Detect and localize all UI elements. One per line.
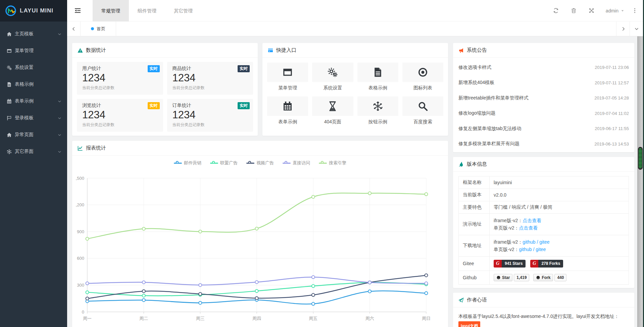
legend-item[interactable]: 直接访问	[283, 160, 310, 166]
file-icon	[373, 67, 383, 77]
svg-text:0: 0	[82, 310, 84, 315]
tab-spacer	[116, 22, 616, 36]
snowflake-icon	[7, 149, 12, 154]
sidebar-item-8[interactable]: 其它界面	[0, 143, 67, 160]
svg-text:周六: 周六	[365, 316, 374, 321]
stat-label: 用户统计	[82, 66, 158, 72]
quick-entry-3[interactable]: 表格示例	[357, 63, 398, 91]
window-icon	[7, 48, 12, 53]
version-info-header: 版本信息	[453, 157, 634, 172]
stat-value: 1234	[172, 109, 248, 121]
megaphone-icon	[458, 48, 464, 53]
github-count[interactable]: 1,419	[514, 274, 529, 281]
author-words-title: 作者心语	[467, 297, 487, 303]
version-row-label: Github	[459, 271, 490, 284]
legend-item[interactable]: 联盟广告	[210, 160, 238, 166]
legend-item[interactable]: 邮件营销	[174, 160, 201, 166]
quick-entry-2[interactable]: 系统设置	[312, 63, 353, 91]
system-notice-title: 系统公告	[467, 47, 487, 53]
sidebar-item-4[interactable]: 表格示例	[0, 76, 67, 93]
notice-text: 修复多模块菜单栏展开有问题	[458, 141, 519, 147]
vertical-scrollbar[interactable]	[637, 36, 643, 327]
data-statistics-card: 数据统计 用户统计1234当前分类总记录数实时商品统计1234当前分类总记录数实…	[72, 43, 258, 136]
layui-doc-badge[interactable]: layui文档	[458, 321, 480, 327]
version-row-value: G941 StarsG278 Forks	[490, 256, 629, 271]
quick-entry-6[interactable]: 404页面	[312, 96, 353, 125]
file-icon	[7, 82, 12, 87]
version-link[interactable]: 点击查看	[523, 218, 541, 223]
collapse-sidebar-button[interactable]	[67, 0, 88, 22]
top-nav: 常规管理组件管理其它管理	[93, 0, 201, 22]
more-options-icon[interactable]	[632, 8, 638, 13]
version-link[interactable]: gitee	[539, 239, 549, 245]
github-fork-button[interactable]: Fork	[533, 274, 553, 281]
tab-scroll-left-button[interactable]	[67, 22, 81, 36]
quick-entry-card: 快捷入口 菜单管理系统设置表格示例图标列表表单示例404页面按钮示例百度搜索	[262, 43, 448, 136]
quick-entry-label: 系统设置	[312, 85, 353, 91]
quick-entry-4[interactable]: 图标列表	[402, 63, 443, 91]
top-nav-item-3[interactable]: 其它管理	[165, 0, 201, 22]
quick-entry-header: 快捷入口	[262, 43, 448, 58]
stat-box-4: 订单统计1234当前分类总记录数实时	[167, 99, 253, 132]
stat-label: 订单统计	[172, 103, 248, 109]
link-line-prefix: 单页版-v2：	[494, 225, 519, 231]
fullscreen-icon[interactable]	[589, 8, 594, 13]
warning-triangle-icon	[78, 48, 83, 53]
notice-text: 修改选项卡样式	[458, 65, 491, 71]
sidebar-item-label: 菜单管理	[15, 48, 34, 54]
sidebar-item-3[interactable]: 系统设置	[0, 59, 67, 76]
version-link[interactable]: github	[519, 247, 532, 252]
stat-box-1: 用户统计1234当前分类总记录数实时	[77, 62, 163, 95]
calendar-icon	[283, 101, 293, 111]
github-count[interactable]: 440	[554, 274, 566, 281]
legend-item[interactable]: 搜索引擎	[319, 160, 346, 166]
sidebar-item-7[interactable]: 异常页面	[0, 126, 67, 143]
quick-entry-5[interactable]: 表单示例	[267, 96, 308, 125]
tab-menu-button[interactable]	[630, 22, 643, 36]
quick-entry-7[interactable]: 按钮示例	[357, 96, 398, 125]
quick-entry-label: 百度搜索	[402, 119, 443, 125]
scrollbar-thumb[interactable]	[638, 147, 643, 170]
github-button-group: Fork440	[533, 274, 566, 281]
sidebar-item-label: 表格示例	[15, 81, 34, 87]
layui-logo-icon	[5, 5, 16, 16]
notice-row-1: 修改选项卡样式2019-07-11 23:06	[458, 60, 629, 75]
chevron-down-icon	[57, 116, 62, 120]
sidebar-item-5[interactable]: 表单示例	[0, 93, 67, 110]
legend-label: 视频广告	[256, 160, 274, 166]
outdent-icon	[75, 8, 81, 13]
svg-text:周一: 周一	[83, 316, 92, 321]
legend-marker-icon	[246, 161, 254, 165]
version-row-6: GiteeG941 StarsG278 Forks	[459, 256, 629, 271]
sidebar-item-2[interactable]: 菜单管理	[0, 42, 67, 59]
tab-home[interactable]: 首页	[81, 22, 116, 36]
report-title: 报表统计	[86, 145, 106, 151]
gitee-badge[interactable]: G278 Forks	[530, 260, 563, 268]
clear-cache-trash-icon[interactable]	[571, 8, 577, 13]
sidebar-item-6[interactable]: 登录模板	[0, 110, 67, 126]
report-header: 报表统计	[72, 141, 448, 156]
github-star-button[interactable]: Star	[494, 274, 512, 281]
version-link[interactable]: gitee	[536, 247, 546, 252]
version-link[interactable]: 点击查看	[519, 225, 538, 231]
app-title: LAYUI MINI	[20, 7, 53, 14]
quick-entry-label: 表单示例	[267, 119, 308, 125]
app-logo[interactable]: LAYUI MINI	[0, 0, 67, 22]
sidebar-item-1[interactable]: 主页模板	[0, 26, 67, 42]
legend-item[interactable]: 视频广告	[246, 160, 274, 166]
chevron-down-icon	[57, 150, 62, 154]
user-menu[interactable]: admin	[606, 8, 625, 13]
gitee-badge[interactable]: G941 Stars	[494, 260, 526, 268]
top-nav-item-2[interactable]: 组件管理	[129, 0, 165, 22]
version-row-1: 框架名称layuimini	[459, 176, 629, 189]
version-link[interactable]: github	[523, 239, 535, 245]
quick-entry-8[interactable]: 百度搜索	[402, 96, 443, 125]
tab-scroll-right-button[interactable]	[616, 22, 630, 36]
refresh-icon[interactable]	[553, 8, 559, 13]
top-nav-item-1[interactable]: 常规管理	[93, 0, 129, 22]
notice-row-5: 修复左侧菜单缩放tab无法移动2019-06-17 11:55	[458, 121, 629, 136]
quick-entry-1[interactable]: 菜单管理	[267, 63, 308, 91]
gitee-logo-icon: G	[530, 260, 538, 268]
hourglass-icon	[328, 101, 338, 111]
system-notice-header: 系统公告	[453, 43, 634, 58]
